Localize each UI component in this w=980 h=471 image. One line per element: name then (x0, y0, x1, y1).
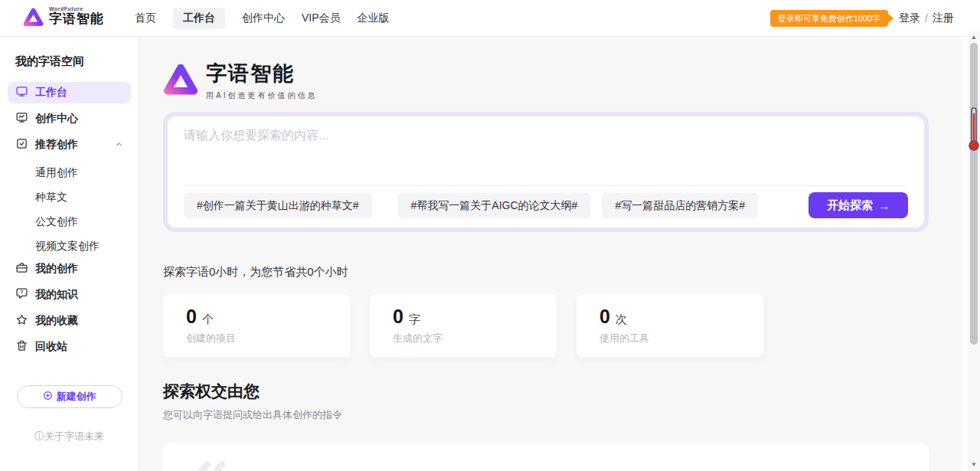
sidebar-item-recommend[interactable]: 推荐创作 (8, 134, 131, 155)
workbench-monitor-icon (15, 85, 28, 100)
hero-tagline: 用AI创造更有价值的信息 (206, 90, 317, 101)
start-explore-label: 开始探索 (827, 198, 873, 213)
main-content: 字语智能 用AI创造更有价值的信息 #创作一篇关于黄山出游的种草文# #帮我写一… (139, 37, 962, 471)
about-wordfuture-link[interactable]: ⓘ关于字语未来 (0, 430, 139, 443)
nav-item-enterprise[interactable]: 企业版 (358, 11, 390, 25)
sidebar-item-label: 创作中心 (35, 112, 78, 126)
nav-item-vip[interactable]: VIP会员 (302, 11, 341, 25)
sidebar-item-label: 我的知识 (35, 288, 78, 302)
sidebar-item-recycle-bin[interactable]: 回收站 (8, 336, 131, 358)
star-icon (15, 313, 28, 329)
scroll-down-arrow-icon[interactable]: ▼ (968, 461, 980, 468)
login-link[interactable]: 登录 (899, 11, 920, 25)
stat-label: 创建的项目 (186, 332, 350, 345)
sidebar-item-label: 工作台 (35, 86, 67, 100)
trash-icon (15, 339, 28, 355)
hero-brand: 字语智能 用AI创造更有价值的信息 (163, 60, 929, 101)
info-circle-icon: ⓘ (34, 430, 44, 442)
brand-tiny-tagline: · · · · · · · · · · (49, 27, 104, 30)
sidebar-subitem-official-doc[interactable]: 公文创作 (0, 209, 139, 234)
stat-label: 使用的工具 (599, 332, 763, 345)
quote-mark-icon: “ (192, 453, 230, 471)
explore-section-title: 探索权交由您 (163, 381, 929, 402)
start-explore-button[interactable]: 开始探索 → (808, 192, 908, 218)
sidebar-item-label: 推荐创作 (35, 138, 78, 152)
search-panel: #创作一篇关于黄山出游的种草文# #帮我写一篇关于AIGC的论文大纲# #写一篇… (163, 112, 929, 232)
scrollbar-thumb[interactable] (970, 43, 978, 345)
sidebar-item-label: 我的收藏 (35, 314, 78, 328)
nav-item-home[interactable]: 首页 (135, 11, 156, 25)
about-label: 关于字语未来 (44, 430, 104, 442)
search-input[interactable] (184, 128, 903, 175)
sidebar-item-my-knowledge[interactable]: ? 我的知识 (8, 284, 131, 306)
new-creation-button[interactable]: 新建创作 (17, 385, 122, 408)
briefcase-icon (15, 261, 28, 276)
suggestion-chip[interactable]: #帮我写一篇关于AIGC的论文大纲# (398, 193, 591, 218)
stat-unit: 字 (409, 312, 420, 327)
stats-summary: 探索字语0小时，为您节省共0个小时 (163, 265, 929, 280)
sidebar-item-favorites[interactable]: 我的收藏 (8, 310, 131, 332)
stat-value: 0 (393, 306, 403, 328)
stats-cards: 0 个 创建的项目 0 字 生成的文字 0 次 使用的工具 (163, 294, 929, 358)
stat-unit: 个 (202, 312, 214, 327)
sidebar-title: 我的字语空间 (15, 54, 139, 69)
recommend-doc-check-icon (15, 137, 28, 152)
nav-item-workbench[interactable]: 工作台 (173, 8, 225, 29)
svg-text:?: ? (21, 289, 24, 295)
example-prompts-card: “ 字语智能是什么? 嘿，帮我创作一篇北京出游攻略 (163, 443, 929, 471)
sidebar-subitem-general[interactable]: 通用创作 (0, 160, 139, 185)
suggestion-chip[interactable]: #写一篇甜品店的营销方案# (602, 193, 758, 218)
navbar-brand[interactable]: WordFuture 字语智能 · · · · · · · · · · (23, 6, 104, 30)
creation-center-monitor-icon (15, 111, 28, 126)
brand-name: 字语智能 (49, 12, 104, 25)
top-navbar: WordFuture 字语智能 · · · · · · · · · · 首页 工… (0, 0, 980, 37)
panel-divider (184, 185, 908, 186)
nav-item-creation-center[interactable]: 创作中心 (242, 11, 285, 25)
sidebar-item-workbench[interactable]: 工作台 (8, 82, 131, 103)
chat-question-icon: ? (15, 287, 28, 303)
sidebar-item-my-works[interactable]: 我的创作 (8, 258, 131, 280)
auth-slash: / (925, 12, 928, 25)
stat-card-tools: 0 次 使用的工具 (577, 294, 763, 358)
stat-value: 0 (186, 306, 197, 328)
brand-wordfuture: WordFuture (49, 6, 104, 11)
stat-card-words: 0 字 生成的文字 (370, 294, 557, 358)
auth-links: 登录 / 注册 (899, 11, 954, 25)
register-link[interactable]: 注册 (933, 11, 954, 25)
sidebar-subitem-seeding[interactable]: 种草文 (0, 185, 139, 209)
scroll-up-arrow-icon[interactable]: ▲ (968, 34, 980, 41)
stat-card-projects: 0 个 创建的项目 (163, 294, 350, 358)
triangle-logo-icon (23, 7, 44, 30)
scrollbar-gutter (962, 37, 968, 471)
thermometer-icon (969, 106, 979, 156)
stat-unit: 次 (616, 312, 627, 327)
chevron-up-icon[interactable] (115, 139, 123, 151)
new-creation-label: 新建创作 (57, 390, 96, 404)
sidebar-item-creation-center[interactable]: 创作中心 (8, 108, 131, 129)
stat-value: 0 (599, 306, 610, 328)
sidebar-subitem-video-copy[interactable]: 视频文案创作 (0, 234, 139, 258)
vertical-scrollbar[interactable]: ▲ ▼ (968, 31, 980, 471)
hero-brand-name: 字语智能 (206, 60, 317, 87)
explore-section-subtitle: 您可以向字语提问或给出具体创作的指令 (163, 408, 929, 422)
suggestion-chip[interactable]: #创作一篇关于黄山出游的种草文# (184, 193, 372, 218)
nav-links: 首页 工作台 创作中心 VIP会员 企业版 (135, 8, 390, 29)
triangle-logo-icon (163, 62, 198, 99)
sidebar-item-label: 我的创作 (35, 262, 78, 276)
login-promo-badge[interactable]: 登录即可享免费创作1000字 (770, 10, 888, 27)
plus-circle-icon (43, 391, 53, 403)
sidebar: 我的字语空间 工作台 创作中心 推荐创作 通用创作 种草文 公文创作 视频文案创… (0, 37, 139, 471)
suggestion-chips-row: #创作一篇关于黄山出游的种草文# #帮我写一篇关于AIGC的论文大纲# #写一篇… (184, 192, 908, 218)
sidebar-item-label: 回收站 (35, 340, 67, 354)
stat-label: 生成的文字 (393, 332, 557, 345)
arrow-right-icon: → (878, 199, 890, 212)
